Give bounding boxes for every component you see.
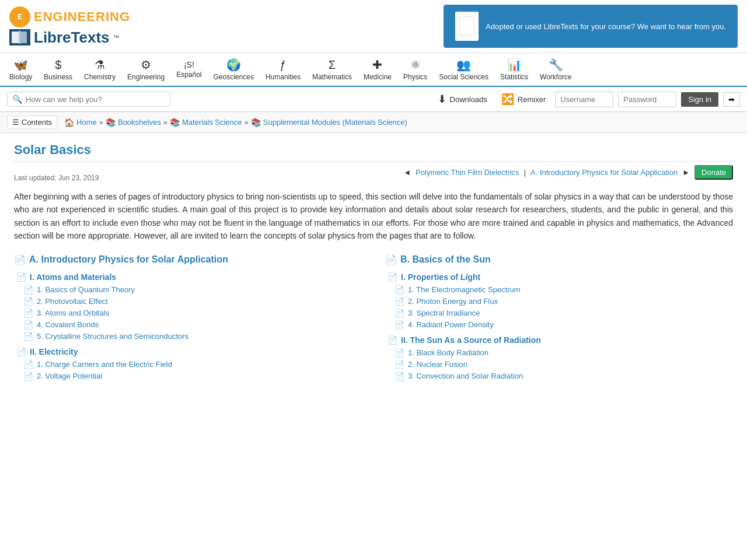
physics-icon: ⚛: [410, 58, 421, 72]
charge-carriers-link[interactable]: 📄 1. Charge Carriers and the Electric Fi…: [14, 360, 362, 369]
book-icon: [9, 29, 30, 46]
logo-libretexts[interactable]: LibreTexts ™: [9, 29, 130, 47]
photovoltaic-link[interactable]: 📄 2. Photovoltaic Effect: [14, 297, 362, 306]
biology-icon: 🦋: [13, 58, 28, 72]
nav-geosciences[interactable]: 🌍 Geosciences: [209, 55, 259, 83]
subsection-sun: 📄 II. The Sun As a Source of Radiation: [385, 335, 733, 345]
right-section-link[interactable]: B. Basics of the Sun: [400, 254, 491, 265]
nav-espanol[interactable]: ¡S! Español: [172, 58, 206, 81]
nav-physics[interactable]: ⚛ Physics: [399, 55, 432, 83]
nav-social-sciences[interactable]: 👥 Social Sciences: [434, 55, 493, 83]
page-icon-2: 📄: [23, 297, 33, 306]
adopted-text: Adopted or used LibreTexts for your cour…: [486, 22, 726, 31]
password-input[interactable]: [618, 92, 676, 107]
radiant-link[interactable]: 📄 4. Radiant Power Density: [385, 320, 733, 330]
page-icon-7: 📄: [23, 372, 33, 381]
nav-statistics[interactable]: 📊 Statistics: [495, 55, 533, 83]
nav-bar: 🦋 Biology $ Business ⚗ Chemistry ⚙ Engin…: [0, 53, 747, 87]
prev-link[interactable]: Polymeric Thin Film Dielectrics: [416, 168, 519, 177]
username-input[interactable]: [555, 92, 613, 107]
login-icon-button[interactable]: ➡: [723, 92, 740, 107]
crystalline-link[interactable]: 📄 5. Crystalline Structures and Semicond…: [14, 332, 362, 341]
nav-biology[interactable]: 🦋 Biology: [5, 55, 37, 83]
left-section-link[interactable]: A. Introductory Physics for Solar Applic…: [29, 254, 228, 265]
breadcrumb-supplemental[interactable]: Supplemental Modules (Materials Science): [263, 118, 407, 127]
breadcrumb-materials[interactable]: Materials Science: [182, 118, 242, 127]
nav-workforce[interactable]: 🔧 Workforce: [535, 55, 576, 83]
breadcrumb-home[interactable]: Home: [76, 118, 97, 127]
svg-rect-4: [20, 32, 27, 43]
content-columns: 📄 A. Introductory Physics for Solar Appl…: [14, 254, 733, 383]
toolbar: 🔍 ⬇ Downloads 🔀 Remixer Sign in ➡: [0, 87, 747, 112]
logo-engineering[interactable]: E ENGINEERING: [9, 6, 130, 27]
breadcrumb-bookshelves[interactable]: Bookshelves: [118, 118, 161, 127]
page-icon-11: 📄: [395, 320, 404, 330]
home-icon: 🏠: [64, 118, 74, 127]
page-icon-6: 📄: [23, 360, 33, 369]
page-title: Solar Basics: [14, 142, 733, 162]
quantum-theory-link[interactable]: 📄 1. Basics of Quantum Theory: [14, 285, 362, 295]
subsection-light: 📄 I. Properties of Light: [385, 272, 733, 282]
page-icon-3: 📄: [23, 309, 33, 318]
right-column: 📄 B. Basics of the Sun 📄 I. Properties o…: [385, 254, 733, 383]
humanities-icon: ƒ: [280, 58, 286, 72]
subsection-sun-icon: 📄: [388, 335, 397, 345]
remixer-icon: 🔀: [501, 93, 514, 106]
nav-mathematics[interactable]: Σ Mathematics: [308, 56, 357, 83]
svg-rect-3: [12, 32, 19, 43]
light-link[interactable]: I. Properties of Light: [401, 272, 480, 282]
logo-area: E ENGINEERING LibreTexts ™: [9, 6, 130, 47]
breadcrumb-sep-1: »: [99, 118, 103, 127]
page-description: After beginning with a series of pages o…: [14, 190, 733, 243]
engineering-icon: E: [9, 6, 30, 27]
page-icon-9: 📄: [395, 297, 404, 306]
contents-button[interactable]: ☰ Contents: [7, 116, 57, 129]
em-spectrum-link[interactable]: 📄 1. The Electromagnetic Spectrum: [385, 285, 733, 295]
nav-links: ◄ Polymeric Thin Film Dielectrics | A. I…: [403, 165, 733, 180]
trademark: ™: [113, 34, 120, 41]
right-section-icon: 📄: [385, 254, 397, 265]
subsection-atoms-icon: 📄: [16, 272, 26, 282]
photon-energy-link[interactable]: 📄 2. Photon Energy and Flux: [385, 297, 733, 306]
atoms-link[interactable]: I. Atoms and Materials: [30, 272, 116, 282]
downloads-button[interactable]: ⬇ Downloads: [433, 90, 492, 108]
nav-business[interactable]: $ Business: [39, 56, 77, 83]
statistics-icon: 📊: [507, 58, 522, 72]
page-icon-1: 📄: [23, 285, 33, 295]
convection-link[interactable]: 📄 3. Convection and Solar Radiation: [385, 372, 733, 381]
black-body-link[interactable]: 📄 1. Black Body Radiation: [385, 348, 733, 358]
spectral-link[interactable]: 📄 3. Spectral Irradiance: [385, 309, 733, 318]
electricity-link[interactable]: II. Electricity: [30, 347, 78, 356]
login-arrow-icon: ➡: [728, 95, 735, 104]
remixer-button[interactable]: 🔀 Remixer: [497, 90, 550, 108]
nav-medicine[interactable]: ✚ Medicine: [359, 55, 396, 83]
libretexts-label: LibreTexts: [34, 29, 110, 47]
adopted-banner[interactable]: Adopted or used LibreTexts for your cour…: [444, 5, 738, 48]
bookshelves-icon: 📚: [106, 118, 116, 127]
nuclear-fusion-link[interactable]: 📄 2. Nuclear Fusion: [385, 360, 733, 369]
breadcrumb-sep-2: »: [163, 118, 167, 127]
covalent-bonds-link[interactable]: 📄 4. Covalent Bonds: [14, 320, 362, 330]
search-input[interactable]: [26, 95, 165, 104]
next-link[interactable]: A. Introductory Physics for Solar Applic…: [530, 168, 678, 177]
svg-rect-6: [459, 17, 474, 36]
page-icon-14: 📄: [395, 372, 404, 381]
right-section-title: 📄 B. Basics of the Sun: [385, 254, 733, 265]
atoms-orbitals-link[interactable]: 📄 3. Atoms and Orbitals: [14, 309, 362, 318]
sun-link[interactable]: II. The Sun As a Source of Radiation: [401, 335, 541, 345]
donate-button[interactable]: Donate: [694, 165, 733, 180]
nav-humanities[interactable]: ƒ Humanities: [261, 56, 305, 83]
voltage-potential-link[interactable]: 📄 2. Voltage Potential: [14, 372, 362, 381]
nav-chemistry[interactable]: ⚗ Chemistry: [79, 55, 120, 83]
search-icon: 🔍: [12, 94, 22, 104]
signin-button[interactable]: Sign in: [681, 92, 718, 107]
mathematics-icon: Σ: [329, 58, 336, 72]
page-content: Solar Basics Last updated: Jun 23, 2019 …: [0, 133, 747, 393]
engineering-label: ENGINEERING: [34, 9, 130, 24]
prev-arrow: ◄: [403, 168, 411, 177]
nav-engineering[interactable]: ⚙ Engineering: [123, 55, 169, 83]
search-box[interactable]: 🔍: [7, 92, 170, 107]
geosciences-icon: 🌍: [226, 58, 241, 72]
downloads-icon: ⬇: [438, 93, 446, 106]
workforce-icon: 🔧: [549, 58, 563, 72]
